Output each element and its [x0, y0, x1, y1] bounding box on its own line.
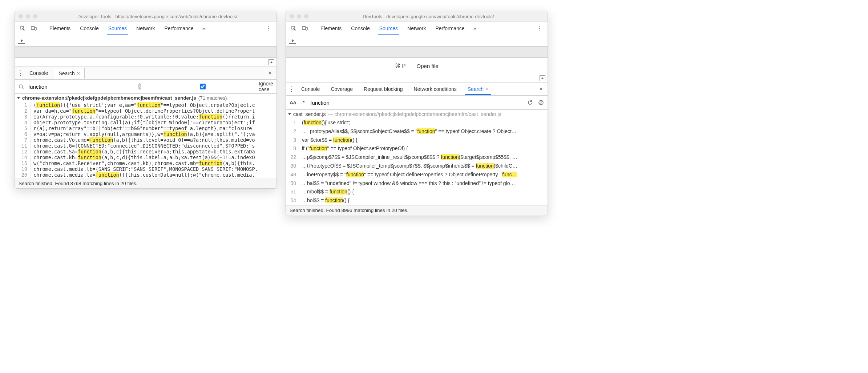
resume-icon[interactable] — [18, 38, 25, 44]
main-tabstrip: Elements Console Sources Network Perform… — [286, 22, 548, 35]
kebab-menu-icon[interactable]: ⋮ — [263, 24, 274, 32]
svg-line-3 — [22, 88, 24, 89]
line-number: 54 — [286, 196, 299, 205]
search-icon — [19, 84, 24, 89]
line-text: …bal$$ = "undefined" != typeof window &&… — [299, 179, 515, 188]
result-line[interactable]: 22…p$jscomp$7$$ = $JSCompiler_inline_res… — [286, 153, 548, 162]
line-number: 15 — [15, 160, 31, 166]
line-number: 48 — [286, 171, 299, 179]
devtools-window-right: DevTools - developers.google.com/web/too… — [286, 11, 548, 216]
result-file-header[interactable]: chrome-extension://pkedcjkdefgpdelpbcmbm… — [15, 94, 276, 102]
drawer-tab-network-conditions[interactable]: Network conditions — [409, 84, 461, 95]
drawer-tab-search[interactable]: Search× — [54, 68, 85, 79]
line-number: 12 — [15, 149, 31, 155]
window-controls[interactable] — [19, 14, 37, 19]
device-toggle-icon[interactable] — [29, 23, 39, 33]
clear-icon[interactable] — [538, 100, 544, 105]
close-drawer-icon[interactable]: × — [266, 70, 274, 76]
collapse-drawer-icon[interactable] — [540, 75, 545, 81]
more-tabs-icon[interactable]: » — [470, 23, 480, 33]
refresh-icon[interactable] — [527, 100, 533, 105]
result-line[interactable]: 54…bol$$ = function() { — [286, 196, 548, 205]
line-text: v=oa:v=pa;return v.apply(null,arguments)… — [31, 131, 255, 137]
result-line[interactable]: 2var da=h,ea="function"==typeof Object.d… — [15, 108, 276, 114]
line-number: 3 — [286, 136, 299, 145]
result-line[interactable]: 3ea(Array.prototype,a,{configurable:!0,w… — [15, 114, 276, 120]
inspect-icon[interactable] — [18, 23, 28, 33]
drawer-tab-coverage[interactable]: Coverage — [326, 84, 357, 95]
resume-icon[interactable] — [289, 38, 296, 44]
drawer-menu-icon[interactable]: ⋮ — [288, 85, 295, 93]
close-drawer-icon[interactable]: × — [537, 86, 545, 92]
tab-elements[interactable]: Elements — [316, 23, 346, 34]
close-tab-icon[interactable]: × — [485, 86, 488, 92]
sources-toolbar — [15, 35, 276, 47]
tab-elements[interactable]: Elements — [45, 23, 75, 34]
device-toggle-icon[interactable] — [300, 23, 310, 33]
more-tabs-icon[interactable]: » — [199, 23, 209, 33]
result-line[interactable]: 11chrome.cast.G={CONNECTED:"connected",D… — [15, 143, 276, 149]
result-line[interactable]: 50…bal$$ = "undefined" != typeof window … — [286, 179, 548, 188]
drawer-tab-console[interactable]: Console — [25, 68, 52, 78]
result-file-name: cast_sender.js — [293, 111, 326, 117]
line-number: 6 — [15, 131, 31, 137]
tab-performance[interactable]: Performance — [431, 23, 469, 34]
main-tabstrip: Elements Console Sources Network Perform… — [15, 22, 276, 35]
tab-network[interactable]: Network — [132, 23, 159, 34]
disclosure-icon[interactable] — [17, 97, 20, 99]
result-line[interactable]: 14chrome.cast.kb=function(a,b,c,d){this.… — [15, 155, 276, 160]
result-line[interactable]: 15w("chrome.cast.Receiver",chrome.cast.k… — [15, 160, 276, 166]
inspect-icon[interactable] — [289, 23, 299, 33]
kebab-menu-icon[interactable]: ⋮ — [534, 24, 545, 32]
disclosure-icon[interactable] — [288, 113, 291, 115]
tab-sources[interactable]: Sources — [375, 23, 402, 34]
line-number: 30 — [286, 162, 299, 171]
drawer-collapse-row — [286, 74, 548, 83]
search-input[interactable] — [28, 82, 134, 91]
editor-placeholder — [15, 47, 276, 58]
result-line[interactable]: 48…ineProperty$$ = "function" == typeof … — [286, 171, 548, 179]
line-text: ea(Array.prototype,a,{configurable:!0,wr… — [31, 114, 255, 120]
result-line[interactable]: 20chrome.cast.media.ta=function(){this.c… — [15, 172, 276, 178]
result-line[interactable]: 4Object.prototype.toString.call(a);if("[… — [15, 120, 276, 125]
window-controls[interactable] — [290, 14, 308, 19]
result-line[interactable]: 5r(a);return"array"==b||"object"==b&&"nu… — [15, 125, 276, 131]
tab-network[interactable]: Network — [403, 23, 430, 34]
collapse-drawer-icon[interactable] — [269, 59, 274, 65]
drawer-menu-icon[interactable]: ⋮ — [17, 69, 24, 77]
result-line[interactable]: 2…_prototypeAlias$$, $$jscomp$objectCrea… — [286, 127, 548, 136]
result-line[interactable]: 3var $ctor$$ = function() { — [286, 136, 548, 145]
svg-rect-1 — [35, 27, 36, 30]
result-line[interactable]: 8if ("function" == typeof Object.setProt… — [286, 144, 548, 153]
result-line[interactable]: 1(function(){'use strict'; — [286, 119, 548, 127]
search-bar: ✕ Ignore case Regular expression — [15, 80, 276, 94]
line-number: 4 — [15, 120, 31, 125]
line-number: 2 — [15, 108, 31, 114]
tab-console[interactable]: Console — [347, 23, 374, 34]
line-number: 51 — [286, 188, 299, 196]
result-line[interactable]: 12chrome.cast.Sa=function(a,b,c){this.re… — [15, 149, 276, 155]
clear-input-icon[interactable]: ✕ — [138, 83, 141, 90]
tab-performance[interactable]: Performance — [160, 23, 198, 34]
tab-sources[interactable]: Sources — [104, 23, 131, 34]
search-input[interactable] — [310, 98, 522, 107]
close-tab-icon[interactable]: × — [77, 71, 80, 76]
line-number: 2 — [286, 127, 299, 136]
line-text: …_prototypeAlias$$, $$jscomp$objectCreat… — [299, 127, 518, 136]
match-case-icon[interactable]: Aa — [290, 100, 296, 105]
result-file-header[interactable]: cast_sender.js — chrome-extension://pked… — [286, 110, 548, 119]
line-number: 1 — [286, 119, 299, 127]
tab-console[interactable]: Console — [76, 23, 103, 34]
result-line[interactable]: 1(function(){'use strict';var e,aa="func… — [15, 102, 276, 108]
drawer-tab-console[interactable]: Console — [297, 84, 324, 95]
result-line[interactable]: 19chrome.cast.media.tb={SANS_SERIF:"SANS… — [15, 166, 276, 172]
ignore-case-checkbox[interactable]: Ignore case — [149, 81, 273, 92]
result-line[interactable]: 51…mbol$$ = function() { — [286, 188, 548, 196]
regex-icon[interactable]: .* — [301, 100, 304, 105]
line-text: …p$jscomp$7$$ = $JSCompiler_inline_resul… — [299, 153, 517, 162]
result-line[interactable]: 30…tPrototypeOf$$ = $JSCompiler_temp$jsc… — [286, 162, 548, 171]
result-line[interactable]: 6v=oa:v=pa;return v.apply(null,arguments… — [15, 131, 276, 137]
drawer-tab-request-blocking[interactable]: Request blocking — [359, 84, 407, 95]
drawer-tab-search[interactable]: Search× — [463, 84, 493, 95]
result-line[interactable]: 7chrome.cast.Volume=function(a,b){this.l… — [15, 137, 276, 143]
